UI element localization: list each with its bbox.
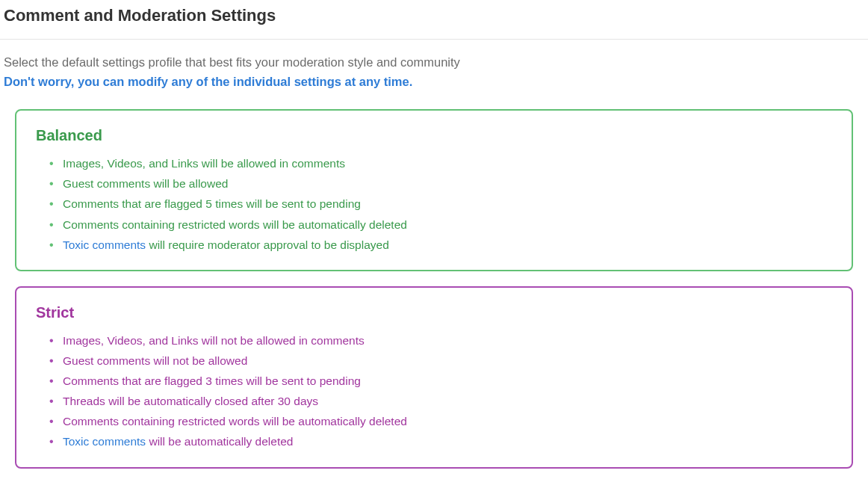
intro-block: Select the default settings profile that… <box>0 40 868 91</box>
profile-title-balanced: Balanced <box>36 127 832 144</box>
list-item: Comments that are flagged 5 times will b… <box>49 194 832 214</box>
list-item-rest: will be automatically deleted <box>146 435 293 448</box>
list-item: Guest comments will not be allowed <box>49 351 832 371</box>
list-item: Threads will be automatically closed aft… <box>49 391 832 411</box>
list-item: Images, Videos, and Links will not be al… <box>49 330 832 351</box>
profile-items-balanced: Images, Videos, and Links will be allowe… <box>36 153 832 255</box>
list-item: Comments containing restricted words wil… <box>49 215 832 235</box>
profile-card-balanced[interactable]: Balanced Images, Videos, and Links will … <box>15 109 853 271</box>
list-item: Toxic comments will require moderator ap… <box>49 235 832 255</box>
profile-title-strict: Strict <box>36 304 832 321</box>
intro-description: Select the default settings profile that… <box>4 53 864 72</box>
list-item: Images, Videos, and Links will be allowe… <box>49 153 832 173</box>
profile-items-strict: Images, Videos, and Links will not be al… <box>36 330 832 452</box>
toxic-comments-link[interactable]: Toxic comments <box>63 238 146 251</box>
list-item: Toxic comments will be automatically del… <box>49 431 832 451</box>
list-item-rest: will require moderator approval to be di… <box>146 238 389 251</box>
list-item: Comments containing restricted words wil… <box>49 411 832 431</box>
profile-cards: Balanced Images, Videos, and Links will … <box>0 91 868 498</box>
list-item: Guest comments will be allowed <box>49 173 832 194</box>
intro-note: Don't worry, you can modify any of the i… <box>4 72 864 92</box>
page-title: Comment and Moderation Settings <box>4 6 864 25</box>
profile-card-strict[interactable]: Strict Images, Videos, and Links will no… <box>15 286 853 469</box>
list-item: Comments that are flagged 3 times will b… <box>49 371 832 391</box>
toxic-comments-link[interactable]: Toxic comments <box>63 435 146 448</box>
